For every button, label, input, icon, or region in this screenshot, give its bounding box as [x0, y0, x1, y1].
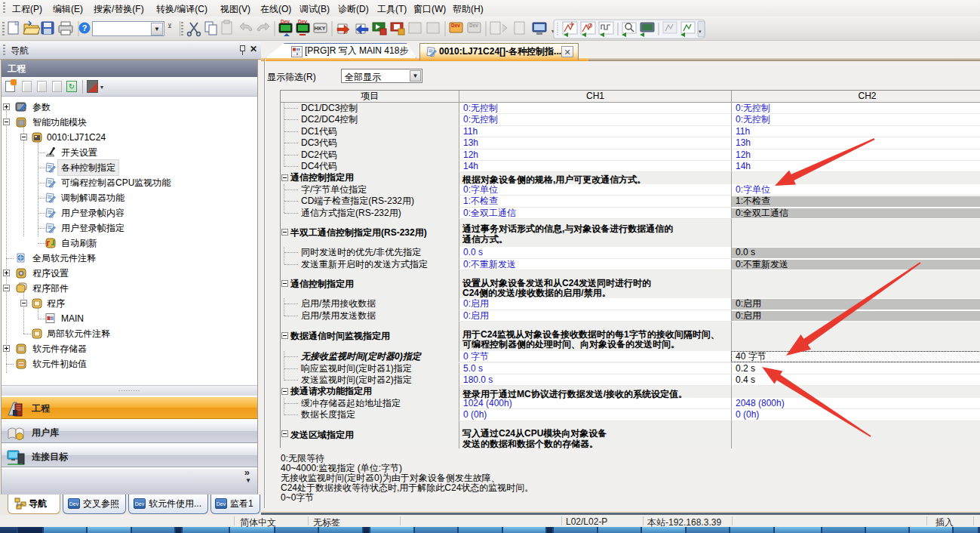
svg-text:Dev: Dev — [451, 23, 460, 28]
svg-text:Dev: Dev — [469, 23, 478, 28]
svg-text:▾: ▾ — [699, 29, 702, 34]
svg-text:Dev: Dev — [298, 19, 307, 24]
svg-text:?: ? — [82, 23, 88, 32]
svg-text:HKY: HKY — [315, 26, 326, 31]
svg-text:Dev: Dev — [281, 19, 290, 24]
